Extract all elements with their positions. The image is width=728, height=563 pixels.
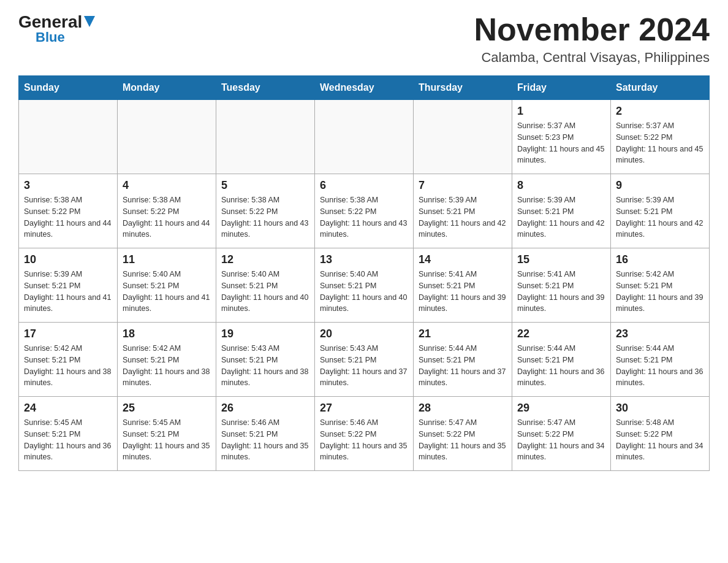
- day-info: Sunrise: 5:43 AMSunset: 5:21 PMDaylight:…: [221, 343, 309, 389]
- calendar-cell: 20Sunrise: 5:43 AMSunset: 5:21 PMDayligh…: [315, 323, 414, 397]
- day-header-thursday: Thursday: [414, 76, 512, 100]
- day-number: 1: [517, 105, 605, 118]
- calendar-cell: 2Sunrise: 5:37 AMSunset: 5:22 PMDaylight…: [611, 100, 710, 174]
- day-number: 30: [616, 402, 704, 415]
- calendar-cell: 10Sunrise: 5:39 AMSunset: 5:21 PMDayligh…: [19, 248, 118, 323]
- day-number: 8: [517, 179, 605, 192]
- logo-triangle-icon: [84, 16, 95, 29]
- day-number: 17: [24, 327, 112, 340]
- day-number: 25: [123, 402, 211, 415]
- day-number: 16: [616, 253, 704, 266]
- day-number: 23: [616, 327, 704, 340]
- week-row-3: 10Sunrise: 5:39 AMSunset: 5:21 PMDayligh…: [19, 248, 710, 323]
- day-number: 9: [616, 179, 704, 192]
- day-number: 24: [24, 402, 112, 415]
- calendar-cell: 21Sunrise: 5:44 AMSunset: 5:21 PMDayligh…: [414, 323, 512, 397]
- day-number: 6: [320, 179, 408, 192]
- day-number: 21: [419, 327, 507, 340]
- day-info: Sunrise: 5:45 AMSunset: 5:21 PMDaylight:…: [123, 417, 211, 463]
- day-info: Sunrise: 5:42 AMSunset: 5:21 PMDaylight:…: [24, 343, 112, 389]
- day-info: Sunrise: 5:41 AMSunset: 5:21 PMDaylight:…: [517, 269, 605, 315]
- day-number: 10: [24, 253, 112, 266]
- week-row-1: 1Sunrise: 5:37 AMSunset: 5:23 PMDaylight…: [19, 100, 710, 174]
- calendar-cell: 15Sunrise: 5:41 AMSunset: 5:21 PMDayligh…: [512, 248, 611, 323]
- day-info: Sunrise: 5:45 AMSunset: 5:21 PMDaylight:…: [24, 417, 112, 463]
- calendar-cell: 28Sunrise: 5:47 AMSunset: 5:22 PMDayligh…: [414, 397, 512, 471]
- day-number: 2: [616, 105, 704, 118]
- day-number: 26: [221, 402, 309, 415]
- calendar-subtitle: Calamba, Central Visayas, Philippines: [474, 50, 710, 66]
- week-row-2: 3Sunrise: 5:38 AMSunset: 5:22 PMDaylight…: [19, 174, 710, 248]
- calendar-title: November 2024: [474, 12, 710, 47]
- calendar-cell: 19Sunrise: 5:43 AMSunset: 5:21 PMDayligh…: [216, 323, 315, 397]
- week-row-4: 17Sunrise: 5:42 AMSunset: 5:21 PMDayligh…: [19, 323, 710, 397]
- day-info: Sunrise: 5:46 AMSunset: 5:21 PMDaylight:…: [221, 417, 309, 463]
- day-info: Sunrise: 5:47 AMSunset: 5:22 PMDaylight:…: [419, 417, 507, 463]
- day-info: Sunrise: 5:48 AMSunset: 5:22 PMDaylight:…: [616, 417, 704, 463]
- day-info: Sunrise: 5:43 AMSunset: 5:21 PMDaylight:…: [320, 343, 408, 389]
- calendar-cell: 17Sunrise: 5:42 AMSunset: 5:21 PMDayligh…: [19, 323, 118, 397]
- day-info: Sunrise: 5:42 AMSunset: 5:21 PMDaylight:…: [616, 269, 704, 315]
- day-info: Sunrise: 5:44 AMSunset: 5:21 PMDaylight:…: [616, 343, 704, 389]
- calendar-cell: 14Sunrise: 5:41 AMSunset: 5:21 PMDayligh…: [414, 248, 512, 323]
- day-number: 4: [123, 179, 211, 192]
- day-number: 12: [221, 253, 309, 266]
- day-info: Sunrise: 5:39 AMSunset: 5:21 PMDaylight:…: [616, 194, 704, 240]
- day-number: 28: [419, 402, 507, 415]
- day-header-monday: Monday: [118, 76, 216, 100]
- calendar-cell: [216, 100, 315, 174]
- calendar-header: SundayMondayTuesdayWednesdayThursdayFrid…: [19, 76, 710, 100]
- day-info: Sunrise: 5:40 AMSunset: 5:21 PMDaylight:…: [123, 269, 211, 315]
- calendar-cell: 23Sunrise: 5:44 AMSunset: 5:21 PMDayligh…: [611, 323, 710, 397]
- day-info: Sunrise: 5:47 AMSunset: 5:22 PMDaylight:…: [517, 417, 605, 463]
- calendar-cell: [414, 100, 512, 174]
- day-header-saturday: Saturday: [611, 76, 710, 100]
- calendar-cell: 11Sunrise: 5:40 AMSunset: 5:21 PMDayligh…: [118, 248, 216, 323]
- calendar-cell: 9Sunrise: 5:39 AMSunset: 5:21 PMDaylight…: [611, 174, 710, 248]
- days-header-row: SundayMondayTuesdayWednesdayThursdayFrid…: [19, 76, 710, 100]
- day-number: 27: [320, 402, 408, 415]
- day-info: Sunrise: 5:42 AMSunset: 5:21 PMDaylight:…: [123, 343, 211, 389]
- day-info: Sunrise: 5:39 AMSunset: 5:21 PMDaylight:…: [419, 194, 507, 240]
- calendar-cell: 16Sunrise: 5:42 AMSunset: 5:21 PMDayligh…: [611, 248, 710, 323]
- logo-blue-text: Blue: [36, 29, 65, 45]
- day-info: Sunrise: 5:38 AMSunset: 5:22 PMDaylight:…: [320, 194, 408, 240]
- page-header: General Blue November 2024 Calamba, Cent…: [18, 12, 710, 66]
- day-number: 19: [221, 327, 309, 340]
- day-header-wednesday: Wednesday: [315, 76, 414, 100]
- calendar-cell: 13Sunrise: 5:40 AMSunset: 5:21 PMDayligh…: [315, 248, 414, 323]
- day-info: Sunrise: 5:44 AMSunset: 5:21 PMDaylight:…: [517, 343, 605, 389]
- day-number: 29: [517, 402, 605, 415]
- calendar-title-block: November 2024 Calamba, Central Visayas, …: [474, 12, 710, 66]
- day-header-sunday: Sunday: [19, 76, 118, 100]
- calendar-cell: 4Sunrise: 5:38 AMSunset: 5:22 PMDaylight…: [118, 174, 216, 248]
- day-number: 18: [123, 327, 211, 340]
- calendar-cell: 22Sunrise: 5:44 AMSunset: 5:21 PMDayligh…: [512, 323, 611, 397]
- calendar-cell: [118, 100, 216, 174]
- calendar-cell: 26Sunrise: 5:46 AMSunset: 5:21 PMDayligh…: [216, 397, 315, 471]
- calendar-cell: [315, 100, 414, 174]
- calendar-cell: 18Sunrise: 5:42 AMSunset: 5:21 PMDayligh…: [118, 323, 216, 397]
- day-header-tuesday: Tuesday: [216, 76, 315, 100]
- day-info: Sunrise: 5:39 AMSunset: 5:21 PMDaylight:…: [517, 194, 605, 240]
- day-info: Sunrise: 5:37 AMSunset: 5:23 PMDaylight:…: [517, 120, 605, 166]
- week-row-5: 24Sunrise: 5:45 AMSunset: 5:21 PMDayligh…: [19, 397, 710, 471]
- calendar-body: 1Sunrise: 5:37 AMSunset: 5:23 PMDaylight…: [19, 100, 710, 471]
- logo: General Blue: [18, 12, 95, 45]
- calendar-table: SundayMondayTuesdayWednesdayThursdayFrid…: [18, 75, 710, 471]
- calendar-cell: [19, 100, 118, 174]
- svg-marker-0: [84, 16, 95, 27]
- day-info: Sunrise: 5:39 AMSunset: 5:21 PMDaylight:…: [24, 269, 112, 315]
- day-info: Sunrise: 5:40 AMSunset: 5:21 PMDaylight:…: [320, 269, 408, 315]
- day-info: Sunrise: 5:44 AMSunset: 5:21 PMDaylight:…: [419, 343, 507, 389]
- calendar-cell: 8Sunrise: 5:39 AMSunset: 5:21 PMDaylight…: [512, 174, 611, 248]
- day-info: Sunrise: 5:38 AMSunset: 5:22 PMDaylight:…: [221, 194, 309, 240]
- day-number: 13: [320, 253, 408, 266]
- day-number: 5: [221, 179, 309, 192]
- day-header-friday: Friday: [512, 76, 611, 100]
- day-info: Sunrise: 5:46 AMSunset: 5:22 PMDaylight:…: [320, 417, 408, 463]
- calendar-cell: 27Sunrise: 5:46 AMSunset: 5:22 PMDayligh…: [315, 397, 414, 471]
- calendar-cell: 30Sunrise: 5:48 AMSunset: 5:22 PMDayligh…: [611, 397, 710, 471]
- day-info: Sunrise: 5:40 AMSunset: 5:21 PMDaylight:…: [221, 269, 309, 315]
- day-number: 11: [123, 253, 211, 266]
